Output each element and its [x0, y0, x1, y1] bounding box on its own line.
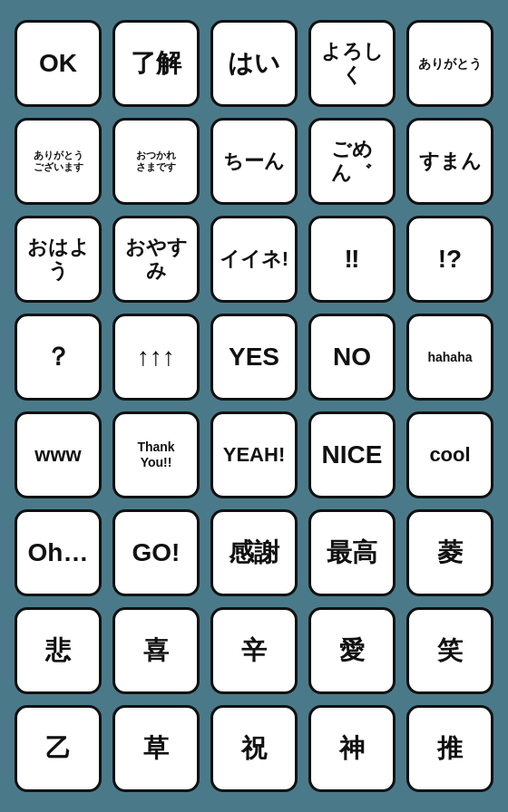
- sticker-yes[interactable]: YES: [210, 314, 298, 401]
- sticker-www[interactable]: www: [15, 411, 102, 498]
- sticker-yoroshiku[interactable]: よろしく: [308, 20, 396, 107]
- sticker-oshi[interactable]: 推: [406, 705, 493, 792]
- sticker-hahaha[interactable]: hahaha: [406, 314, 493, 401]
- sticker-saikou[interactable]: 最高: [308, 509, 396, 596]
- sticker-nice[interactable]: NICE: [308, 411, 396, 498]
- sticker-oh[interactable]: Oh…: [15, 509, 102, 596]
- sticker-otsu[interactable]: 乙: [15, 705, 102, 792]
- sticker-ok[interactable]: OK: [15, 20, 102, 107]
- sticker-ki[interactable]: 喜: [112, 607, 200, 694]
- sticker-ai[interactable]: 愛: [308, 607, 396, 694]
- sticker-no[interactable]: NO: [308, 314, 396, 401]
- sticker-gomen[interactable]: ごめん゛: [308, 118, 396, 205]
- sticker-ling[interactable]: 菱: [406, 509, 493, 596]
- sticker-cool[interactable]: cool: [406, 411, 493, 498]
- sticker-arrows-up[interactable]: ↑↑↑: [112, 314, 200, 401]
- sticker-kansha[interactable]: 感謝: [210, 509, 298, 596]
- sticker-iine[interactable]: イイネ!: [210, 216, 298, 303]
- sticker-iwai[interactable]: 祝: [210, 705, 298, 792]
- sticker-kusa[interactable]: 草: [112, 705, 200, 792]
- sticker-chiin[interactable]: ちーん: [210, 118, 298, 205]
- sticker-otsukaresama[interactable]: おつかれさまです: [112, 118, 200, 205]
- sticker-warai[interactable]: 笑: [406, 607, 493, 694]
- sticker-thank-you[interactable]: ThankYou!!: [112, 411, 200, 498]
- sticker-double-exclaim[interactable]: ‼: [308, 216, 396, 303]
- sticker-arigatou-gozaimasu[interactable]: ありがとうございます: [15, 118, 102, 205]
- sticker-ryokai[interactable]: 了解: [112, 20, 200, 107]
- sticker-suman[interactable]: すまん: [406, 118, 493, 205]
- sticker-question[interactable]: ？: [15, 314, 102, 401]
- sticker-go[interactable]: GO!: [112, 509, 200, 596]
- sticker-yeah[interactable]: YEAH!: [210, 411, 298, 498]
- sticker-kami[interactable]: 神: [308, 705, 396, 792]
- sticker-hai[interactable]: はい: [210, 20, 298, 107]
- sticker-ohayou[interactable]: おはよう: [15, 216, 102, 303]
- sticker-hi[interactable]: 悲: [15, 607, 102, 694]
- sticker-grid: OK了解はいよろしくありがとうありがとうございますおつかれさまですちーんごめん゛…: [0, 2, 508, 810]
- sticker-exclaim-question[interactable]: !?: [406, 216, 493, 303]
- sticker-arigatou[interactable]: ありがとう: [406, 20, 493, 107]
- sticker-oyasumi[interactable]: おやすみ: [112, 216, 200, 303]
- sticker-tsurai[interactable]: 辛: [210, 607, 298, 694]
